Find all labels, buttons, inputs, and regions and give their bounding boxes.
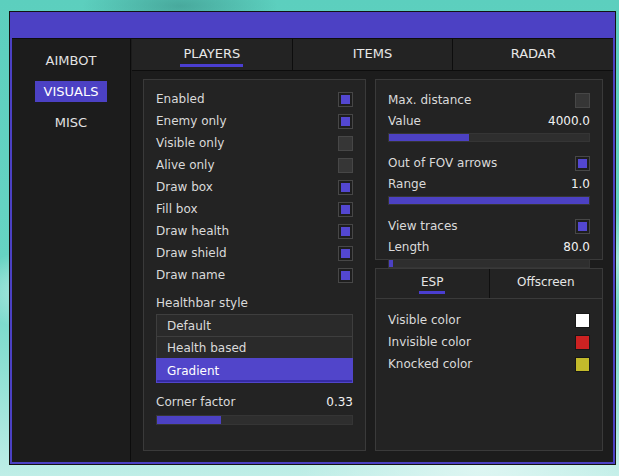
checkbox-fill <box>341 161 350 170</box>
length-row: Length 80.0 <box>388 237 590 257</box>
color-row: Knocked color <box>388 353 590 375</box>
invisible-color-swatch[interactable] <box>575 335 590 350</box>
checkbox-fill <box>578 96 587 105</box>
slider-fill <box>389 134 469 141</box>
toggle-row: Fill box <box>156 198 353 220</box>
color-row: Invisible color <box>388 331 590 353</box>
color-row: Visible color <box>388 309 590 331</box>
toggle-label: Max. distance <box>388 93 471 107</box>
checkbox-fill <box>341 183 350 192</box>
toggle-row: Draw name <box>156 264 353 286</box>
toggle-label: Out of FOV arrows <box>388 156 497 170</box>
knocked-color-swatch[interactable] <box>575 357 590 372</box>
toggle-label: Enabled <box>156 92 205 106</box>
esp-tabstrip: ESP Offscreen <box>375 268 603 299</box>
distance-options-group: Max. distance Value 4000.0 Out of FOV ar… <box>375 79 603 260</box>
checkbox-draw-shield[interactable] <box>338 246 353 261</box>
healthbar-option-default[interactable]: Default <box>156 314 353 337</box>
checkbox-draw-name[interactable] <box>338 268 353 283</box>
toggle-row: Out of FOV arrows <box>388 152 590 174</box>
checkbox-enabled[interactable] <box>338 92 353 107</box>
toggle-row: Draw box <box>156 176 353 198</box>
toggle-row: Draw health <box>156 220 353 242</box>
checkbox-fov-arrows[interactable] <box>575 156 590 171</box>
toggle-label: Fill box <box>156 202 198 216</box>
window-content: AIMBOT VISUALS MISC PLAYERS ITEMS RADAR <box>12 38 613 462</box>
tab-offscreen[interactable]: Offscreen <box>489 269 603 298</box>
top-tabstrip: PLAYERS ITEMS RADAR <box>132 39 613 71</box>
value-amount: 4000.0 <box>548 114 590 128</box>
tab-offscreen-label: Offscreen <box>515 273 577 294</box>
checkbox-fill-box[interactable] <box>338 202 353 217</box>
healthbar-style-list: Default Health based Gradient <box>156 314 353 383</box>
sidebar-item-visuals[interactable]: VISUALS <box>35 81 108 102</box>
checkbox-max-distance[interactable] <box>575 93 590 108</box>
toggle-row: Draw shield <box>156 242 353 264</box>
sidebar: AIMBOT VISUALS MISC <box>12 39 131 462</box>
corner-factor-label: Corner factor <box>156 395 235 409</box>
corner-factor-value: 0.33 <box>326 395 353 409</box>
toggle-label: Draw health <box>156 224 229 238</box>
checkbox-enemy-only[interactable] <box>338 114 353 129</box>
checkbox-fill <box>578 159 587 168</box>
checkbox-draw-box[interactable] <box>338 180 353 195</box>
checkbox-fill <box>341 95 350 104</box>
corner-factor-slider[interactable] <box>156 415 353 425</box>
tab-radar[interactable]: RADAR <box>452 39 613 70</box>
color-label: Invisible color <box>388 335 471 349</box>
value-label: Value <box>388 114 421 128</box>
checkbox-fill <box>341 271 350 280</box>
toggle-label: Visible only <box>156 136 224 150</box>
range-amount: 1.0 <box>571 177 590 191</box>
toggle-row: Alive only <box>156 154 353 176</box>
checkbox-visible-only[interactable] <box>338 136 353 151</box>
checkbox-fill <box>341 139 350 148</box>
sidebar-item-misc[interactable]: MISC <box>46 112 96 133</box>
toggle-row: Enemy only <box>156 110 353 132</box>
range-label: Range <box>388 177 426 191</box>
cheat-menu-window: AIMBOT VISUALS MISC PLAYERS ITEMS RADAR <box>10 12 615 464</box>
player-options-group: Enabled Enemy only Visible only Alive on… <box>143 79 366 451</box>
visible-color-swatch[interactable] <box>575 313 590 328</box>
window-titlebar[interactable] <box>10 12 615 38</box>
toggle-row: Enabled <box>156 88 353 110</box>
healthbar-option-gradient[interactable]: Gradient <box>156 358 353 383</box>
checkbox-view-traces[interactable] <box>575 219 590 234</box>
slider-fill <box>389 197 589 204</box>
toggle-label: Draw name <box>156 268 225 282</box>
healthbar-option-health-based[interactable]: Health based <box>156 336 353 359</box>
sidebar-item-aimbot[interactable]: AIMBOT <box>37 50 106 71</box>
length-slider[interactable] <box>388 259 590 268</box>
game-background: AIMBOT VISUALS MISC PLAYERS ITEMS RADAR <box>0 0 619 476</box>
checkbox-draw-health[interactable] <box>338 224 353 239</box>
esp-colors-group: Visible color Invisible color Knocked co… <box>375 299 603 451</box>
checkbox-fill <box>341 205 350 214</box>
slider-fill <box>389 260 393 267</box>
checkbox-fill <box>341 227 350 236</box>
value-row: Value 4000.0 <box>388 111 590 131</box>
slider-fill <box>157 416 221 424</box>
tab-radar-label: RADAR <box>508 43 559 67</box>
corner-factor-row: Corner factor 0.33 <box>156 391 353 413</box>
checkbox-alive-only[interactable] <box>338 158 353 173</box>
tab-items[interactable]: ITEMS <box>292 39 453 70</box>
color-label: Knocked color <box>388 357 472 371</box>
range-row: Range 1.0 <box>388 174 590 194</box>
toggle-row: View traces <box>388 215 590 237</box>
length-amount: 80.0 <box>563 240 590 254</box>
checkbox-fill <box>341 117 350 126</box>
tab-esp-label: ESP <box>419 273 445 294</box>
healthbar-style-label: Healthbar style <box>156 292 353 314</box>
tab-items-label: ITEMS <box>350 43 395 67</box>
tab-players-label: PLAYERS <box>180 43 243 67</box>
length-label: Length <box>388 240 429 254</box>
range-slider[interactable] <box>388 196 590 205</box>
toggle-label: View traces <box>388 219 458 233</box>
toggle-label: Alive only <box>156 158 215 172</box>
checkbox-fill <box>578 222 587 231</box>
color-label: Visible color <box>388 313 461 327</box>
toggle-row: Max. distance <box>388 89 590 111</box>
tab-esp[interactable]: ESP <box>376 269 489 298</box>
tab-players[interactable]: PLAYERS <box>132 39 292 70</box>
value-slider[interactable] <box>388 133 590 142</box>
